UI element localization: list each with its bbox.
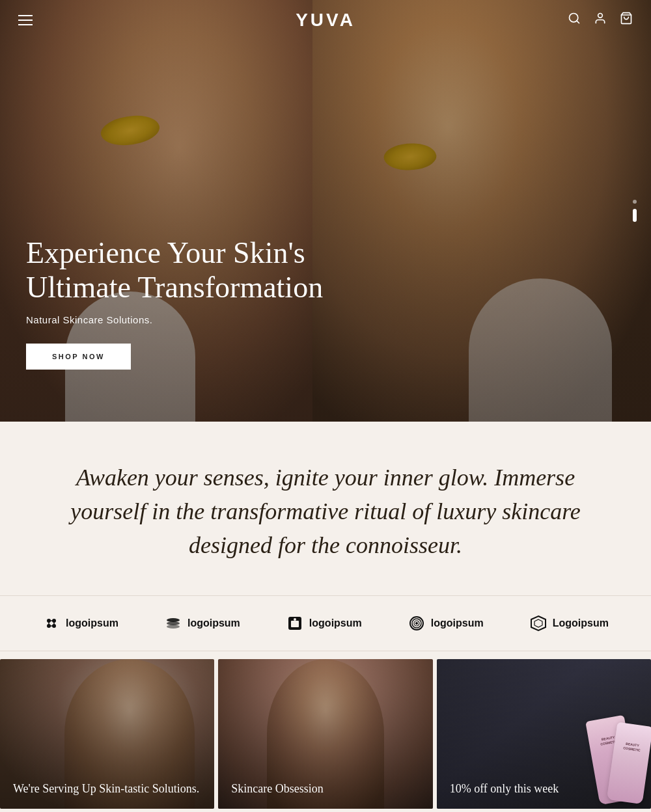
brand-icon-5 xyxy=(529,614,547,632)
brand-icon-1 xyxy=(42,614,61,632)
brand-name-1: logoipsum xyxy=(66,617,118,629)
brand-item-4: logoipsum xyxy=(408,614,484,632)
brand-icon-4 xyxy=(408,614,426,632)
card-1[interactable]: We're Serving Up Skin-tastic Solutions. xyxy=(0,659,214,809)
hero-content: Experience Your Skin's Ultimate Transfor… xyxy=(26,236,391,370)
card-2-title: Skincare Obsession xyxy=(231,781,419,796)
brand-item-5: Logoipsum xyxy=(529,614,609,632)
cards-section: We're Serving Up Skin-tastic Solutions. … xyxy=(0,655,651,809)
svg-point-17 xyxy=(294,618,296,621)
card-1-title: We're Serving Up Skin-tastic Solutions. xyxy=(13,781,201,796)
brand-item-2: logoipsum xyxy=(164,614,240,632)
navbar: YUVA xyxy=(0,0,651,40)
nav-right xyxy=(568,12,633,28)
cart-icon[interactable] xyxy=(620,12,633,28)
svg-line-1 xyxy=(577,21,579,23)
svg-point-2 xyxy=(598,14,603,18)
brand-name-4: logoipsum xyxy=(431,617,484,629)
brand-name-3: logoipsum xyxy=(309,617,362,629)
hero-subtitle: Natural Skincare Solutions. xyxy=(26,314,391,325)
card-3[interactable]: BEAUTYCOSMETIC BEAUTYCOSMETIC 10% off on… xyxy=(437,659,651,809)
card-3-title: 10% off only this week xyxy=(450,781,638,796)
scroll-dot-1[interactable] xyxy=(633,200,637,204)
search-icon[interactable] xyxy=(568,12,581,28)
card-2[interactable]: Skincare Obsession xyxy=(218,659,432,809)
brand-item-3: logoipsum xyxy=(286,614,362,632)
svg-point-14 xyxy=(167,625,180,629)
svg-point-21 xyxy=(415,622,418,625)
brand-name-5: Logoipsum xyxy=(553,617,609,629)
svg-rect-16 xyxy=(291,621,299,627)
site-logo[interactable]: YUVA xyxy=(296,10,355,31)
card-1-text: We're Serving Up Skin-tastic Solutions. xyxy=(0,769,214,808)
hero-section: Experience Your Skin's Ultimate Transfor… xyxy=(0,0,651,422)
account-icon[interactable] xyxy=(594,12,607,28)
brand-icon-3 xyxy=(286,614,304,632)
tagline-section: Awaken your senses, ignite your inner gl… xyxy=(0,422,651,595)
card-2-text: Skincare Obsession xyxy=(218,769,432,808)
brands-section: logoipsum logoipsum logoipsum logoipsum xyxy=(0,595,651,651)
brand-name-2: logoipsum xyxy=(187,617,240,629)
brand-icon-2 xyxy=(164,614,182,632)
svg-marker-22 xyxy=(531,616,546,630)
svg-marker-23 xyxy=(534,619,542,627)
scroll-dot-2[interactable] xyxy=(633,209,637,222)
scroll-indicator xyxy=(633,200,637,222)
tagline-text: Awaken your senses, ignite your inner gl… xyxy=(52,461,599,563)
nav-left xyxy=(18,15,33,25)
shop-now-button[interactable]: SHOP NOW xyxy=(26,344,131,370)
brand-item-1: logoipsum xyxy=(42,614,118,632)
hero-title: Experience Your Skin's Ultimate Transfor… xyxy=(26,236,391,305)
card-3-text: 10% off only this week xyxy=(437,769,651,808)
hamburger-button[interactable] xyxy=(18,15,33,25)
